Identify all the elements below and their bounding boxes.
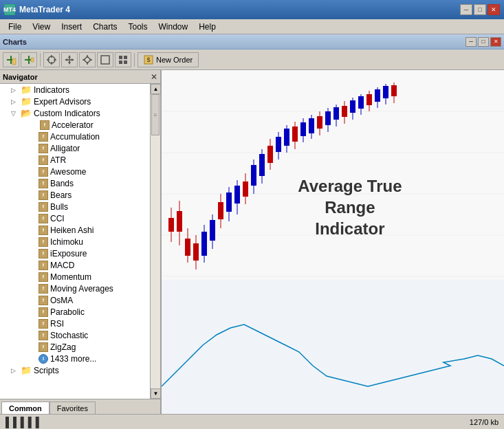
tree-item-iexposure[interactable]: f iExposure: [0, 248, 150, 259]
tree-item-osma[interactable]: f OsMA: [0, 294, 150, 306]
accelerator-icon: f: [40, 120, 50, 130]
tree-item-custom-indicators[interactable]: ▽ 📂 Custom Indicators: [0, 107, 150, 119]
alligator-icon: f: [39, 144, 48, 153]
tree-item-rsi[interactable]: f RSI: [0, 318, 150, 329]
toolbar-btn-zoom[interactable]: [79, 52, 96, 67]
inner-title-text: Charts: [3, 38, 27, 46]
tree-item-heiken-ashi[interactable]: f Heiken Ashi: [0, 224, 150, 236]
toolbar: $ New Order: [0, 50, 504, 70]
minimize-button[interactable]: ─: [460, 4, 472, 15]
toolbar-btn-2[interactable]: [21, 52, 37, 67]
inner-close-button[interactable]: ✕: [490, 37, 501, 47]
svg-text:$: $: [146, 56, 150, 63]
ea-label: Expert Advisors: [34, 97, 91, 107]
inner-controls[interactable]: ─ □ ✕: [465, 37, 501, 47]
tree-item-awesome[interactable]: f Awesome: [0, 166, 150, 177]
menu-help[interactable]: Help: [193, 21, 221, 33]
status-bar: ▌▌▌▌▌ 127/0 kb: [0, 414, 504, 429]
indicators-label: Indicators: [34, 85, 69, 95]
scrollbar-up-button[interactable]: ▲: [151, 84, 160, 94]
tree-item-more[interactable]: i 1433 more...: [0, 353, 150, 364]
menu-view[interactable]: View: [27, 21, 56, 33]
close-button[interactable]: ✕: [487, 4, 500, 15]
inner-maximize-button[interactable]: □: [478, 37, 489, 47]
tab-favorites[interactable]: Favorites: [50, 402, 96, 414]
menu-charts[interactable]: Charts: [87, 21, 122, 33]
svg-rect-63: [276, 137, 281, 152]
svg-marker-14: [72, 58, 74, 61]
svg-rect-25: [124, 60, 127, 64]
cci-icon: f: [39, 214, 48, 223]
tree-item-atr[interactable]: f ATR: [0, 154, 150, 166]
expand-ea-icon: ▷: [11, 98, 19, 105]
cci-label: CCI: [50, 214, 65, 223]
toolbar-btn-move[interactable]: [61, 52, 78, 67]
menu-window[interactable]: Window: [153, 21, 194, 33]
inner-minimize-button[interactable]: ─: [465, 37, 476, 47]
tree-item-accumulation[interactable]: f Accumulation: [0, 131, 150, 142]
toolbar-btn-grid[interactable]: [115, 52, 131, 67]
window-controls[interactable]: ─ □ ✕: [460, 4, 500, 15]
status-memory: 127/0 kb: [470, 418, 498, 426]
navigator-close-button[interactable]: ✕: [151, 72, 157, 82]
svg-rect-85: [366, 94, 372, 105]
svg-rect-23: [124, 56, 127, 59]
menu-tools[interactable]: Tools: [123, 21, 153, 33]
navigator-tree: ▷ 📁 Indicators ▷ 📁 Expert Advisors ▽ 📂 C…: [0, 84, 160, 399]
svg-rect-83: [358, 96, 364, 109]
tree-item-expert-advisors[interactable]: ▷ 📁 Expert Advisors: [0, 96, 150, 107]
tree-item-parabolic[interactable]: f Parabolic: [0, 306, 150, 318]
svg-rect-51: [226, 192, 232, 212]
expand-indicators-icon: ▷: [11, 87, 19, 94]
indicators-folder-icon: 📁: [21, 85, 32, 95]
navigator-tabs: Common Favorites: [0, 399, 160, 414]
macd-label: MACD: [50, 261, 74, 270]
tree-item-momentum[interactable]: f Momentum: [0, 271, 150, 283]
tree-item-macd[interactable]: f MACD: [0, 259, 150, 271]
toolbar-btn-box[interactable]: [97, 52, 113, 67]
tree-item-bulls[interactable]: f Bulls: [0, 201, 150, 212]
toolbar-btn-crosshair[interactable]: [43, 52, 60, 67]
maximize-button[interactable]: □: [474, 4, 486, 15]
parabolic-icon: f: [39, 307, 48, 317]
custom-indicators-label: Custom Indicators: [34, 109, 100, 118]
tab-common[interactable]: Common: [1, 402, 50, 414]
ichimoku-icon: f: [39, 237, 48, 247]
tree-item-scripts[interactable]: ▷ 📁 Scripts: [0, 364, 150, 376]
zigzag-label: ZigZag: [50, 342, 76, 352]
tree-item-bands[interactable]: f Bands: [0, 177, 150, 189]
tree-item-accelerator[interactable]: f Accelerator: [0, 119, 150, 131]
navigator-scrollbar[interactable]: ▲ ≡ ▼: [150, 84, 160, 399]
bears-label: Bears: [50, 190, 72, 200]
svg-rect-65: [284, 129, 289, 146]
tree-item-alligator[interactable]: f Alligator: [0, 142, 150, 154]
new-order-button[interactable]: $ New Order: [138, 52, 199, 67]
scrollbar-thumb[interactable]: ≡: [151, 94, 160, 135]
parabolic-label: Parabolic: [50, 307, 85, 317]
tree-item-stochastic[interactable]: f Stochastic: [0, 329, 150, 341]
heikenashi-icon: f: [39, 226, 48, 235]
tree-item-bears[interactable]: f Bears: [0, 189, 150, 201]
tree-item-moving-averages[interactable]: f Moving Averages: [0, 283, 150, 294]
osma-label: OsMA: [50, 296, 73, 305]
rsi-icon: f: [39, 319, 48, 329]
accelerator-label: Accelerator: [52, 120, 94, 130]
awesome-icon: f: [39, 167, 48, 177]
tree-item-cci[interactable]: f CCI: [0, 212, 150, 224]
svg-rect-2: [12, 58, 16, 65]
macd-icon: f: [39, 261, 48, 270]
tree-item-ichimoku[interactable]: f Ichimoku: [0, 236, 150, 248]
osma-icon: f: [39, 296, 48, 305]
tree-item-indicators[interactable]: ▷ 📁 Indicators: [0, 84, 150, 96]
svg-rect-67: [292, 126, 298, 142]
tree-item-zigzag[interactable]: f ZigZag: [0, 341, 150, 353]
scrollbar-down-button[interactable]: ▼: [151, 388, 160, 399]
atr-label: ATR: [50, 155, 66, 165]
new-order-label: New Order: [156, 56, 193, 64]
menu-bar: File View Insert Charts Tools Window Hel…: [0, 19, 504, 34]
tree-scroll-area: ▷ 📁 Indicators ▷ 📁 Expert Advisors ▽ 📂 C…: [0, 84, 150, 399]
scrollbar-track[interactable]: ≡: [151, 94, 160, 388]
toolbar-btn-add[interactable]: [3, 52, 19, 67]
menu-file[interactable]: File: [3, 21, 27, 33]
menu-insert[interactable]: Insert: [56, 21, 87, 33]
